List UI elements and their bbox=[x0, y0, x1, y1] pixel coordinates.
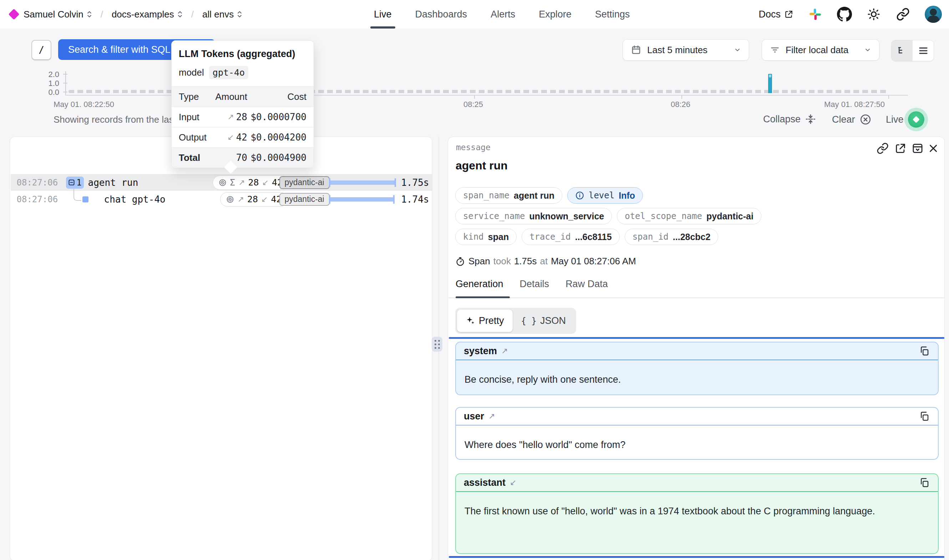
message-card-system: system ↗ Be concise, reply with one sent… bbox=[455, 342, 939, 395]
record-count-bar[interactable] bbox=[768, 74, 772, 93]
tab-generation[interactable]: Generation bbox=[455, 278, 503, 290]
x-tick-end: May 01. 08:27:50 bbox=[824, 100, 885, 109]
json-toggle-button[interactable]: { } JSON bbox=[513, 309, 574, 332]
tree-connector bbox=[74, 189, 82, 201]
tab-details[interactable]: Details bbox=[520, 278, 549, 290]
slack-button[interactable] bbox=[808, 7, 823, 22]
collapse-children-badge[interactable]: 1 bbox=[66, 177, 84, 189]
message-text: Where does "hello world" come from? bbox=[456, 426, 938, 452]
org-switcher[interactable]: Samuel Colvin bbox=[23, 9, 92, 20]
chevron-down-icon bbox=[734, 46, 741, 54]
y-tick-0: 0.0 bbox=[38, 88, 59, 97]
attr-value: Info bbox=[618, 191, 635, 201]
scope-tag-badge[interactable]: pydantic-ai bbox=[279, 193, 330, 206]
level-pill[interactable]: level Info bbox=[567, 187, 643, 204]
flat-list-view-button[interactable] bbox=[913, 40, 934, 61]
output-arrow-icon: ↙ bbox=[227, 133, 234, 142]
filter-local-data-dropdown[interactable]: Filter local data bbox=[762, 39, 880, 61]
collapse-button[interactable]: Collapse bbox=[763, 114, 816, 125]
main-nav: Live Dashboards Alerts Explore Settings bbox=[374, 0, 630, 29]
input-tokens: 28 bbox=[247, 194, 258, 205]
tree-view-button[interactable] bbox=[892, 40, 913, 61]
theme-toggle-button[interactable] bbox=[866, 7, 881, 22]
copy-icon bbox=[919, 346, 930, 356]
span-name: chat gpt-4o bbox=[104, 194, 166, 205]
clear-button[interactable]: Clear bbox=[832, 114, 872, 126]
popover-row-output: Output ↙42 $0.0004200 bbox=[172, 127, 314, 147]
docs-label: Docs bbox=[758, 9, 781, 20]
message-header: assistant ↙ bbox=[456, 474, 938, 492]
span-id-pill[interactable]: span_id ...28cbc2 bbox=[625, 229, 718, 245]
copy-link-button[interactable] bbox=[877, 142, 889, 154]
message-role: assistant bbox=[464, 477, 506, 488]
service-name-pill[interactable]: service_name unknown_service bbox=[455, 208, 612, 225]
kind-pill[interactable]: kind span bbox=[455, 229, 517, 245]
list-icon bbox=[918, 45, 929, 56]
slack-icon bbox=[808, 8, 822, 21]
tab-raw-data[interactable]: Raw Data bbox=[566, 278, 608, 290]
env-name: all envs bbox=[202, 9, 234, 20]
pretty-label: Pretty bbox=[479, 315, 504, 326]
attribute-row-2: service_name unknown_service otel_scope_… bbox=[455, 208, 761, 225]
x-axis-tick bbox=[888, 95, 889, 99]
link-icon bbox=[896, 8, 910, 21]
direction-arrow-icon: ↗ bbox=[501, 346, 508, 355]
calendar-icon bbox=[631, 45, 641, 55]
tab-alerts[interactable]: Alerts bbox=[491, 0, 515, 29]
trace-row-chat-gpt4o[interactable]: 08:27:06 chat gpt-4o ↗ 28 ↙ 42 pydantic-… bbox=[11, 191, 432, 208]
record-kind-label: message bbox=[456, 143, 491, 152]
trace-id-pill[interactable]: trace_id ...6c8115 bbox=[521, 229, 619, 245]
message-role: user bbox=[464, 411, 484, 422]
attr-value: unknown_service bbox=[529, 211, 604, 222]
json-label: JSON bbox=[540, 315, 566, 326]
tab-explore[interactable]: Explore bbox=[539, 0, 572, 29]
copy-icon bbox=[919, 411, 930, 422]
scope-tag-badge[interactable]: pydantic-ai bbox=[279, 176, 330, 189]
popover-row-total: Total 70 $0.0004900 bbox=[172, 147, 314, 168]
col-type: Type bbox=[179, 91, 207, 102]
breadcrumb-separator: / bbox=[191, 9, 194, 20]
open-in-new-button[interactable] bbox=[894, 142, 906, 154]
tab-dashboards[interactable]: Dashboards bbox=[415, 0, 468, 29]
panel-resize-handle[interactable] bbox=[432, 337, 442, 352]
pretty-toggle-button[interactable]: Pretty bbox=[457, 309, 513, 332]
trace-row-agent-run[interactable]: 08:27:06 1 agent run Σ ↗ 28 ↙ 42 pydanti… bbox=[11, 174, 432, 191]
env-switcher[interactable]: all envs bbox=[202, 9, 242, 20]
token-coin-icon bbox=[218, 178, 227, 187]
tabs-track bbox=[448, 297, 944, 298]
row-type: Input bbox=[179, 112, 207, 123]
github-button[interactable] bbox=[837, 7, 852, 22]
tab-settings[interactable]: Settings bbox=[595, 0, 630, 29]
dock-bottom-icon bbox=[912, 142, 924, 154]
row-timestamp: 08:27:06 bbox=[17, 178, 58, 188]
time-range-dropdown[interactable]: Last 5 minutes bbox=[623, 39, 749, 61]
span-diamond-icon bbox=[82, 196, 88, 202]
collapse-label: Collapse bbox=[763, 114, 801, 125]
user-avatar[interactable] bbox=[925, 6, 942, 23]
dock-panel-button[interactable] bbox=[912, 142, 924, 154]
duration-value: 1.74s bbox=[401, 194, 429, 205]
project-switcher[interactable]: docs-examples bbox=[112, 9, 183, 20]
copy-message-button[interactable] bbox=[919, 411, 930, 422]
token-usage-pill[interactable]: Σ ↗ 28 ↙ 42 bbox=[213, 175, 289, 190]
tab-live[interactable]: Live bbox=[374, 0, 392, 29]
live-toggle-button[interactable]: Live bbox=[886, 111, 924, 128]
llm-tokens-popover: LLM Tokens (aggregated) model gpt-4o Typ… bbox=[171, 40, 314, 168]
link-icon bbox=[877, 142, 889, 154]
otel-scope-pill[interactable]: otel_scope_name pydantic-ai bbox=[617, 208, 761, 225]
message-text: Be concise, reply with one sentence. bbox=[456, 360, 938, 388]
token-usage-pill[interactable]: ↗ 28 ↙ 42 bbox=[220, 192, 288, 206]
share-link-button[interactable] bbox=[895, 7, 911, 22]
attr-value: ...28cbc2 bbox=[673, 232, 711, 242]
sparkle-icon bbox=[466, 316, 475, 326]
docs-link[interactable]: Docs bbox=[758, 9, 794, 20]
close-panel-button[interactable] bbox=[927, 142, 939, 154]
row-cost: $0.0004200 bbox=[247, 132, 306, 143]
copy-message-button[interactable] bbox=[919, 345, 930, 357]
y-tick-2: 2.0 bbox=[38, 70, 59, 79]
span-name-pill[interactable]: span_name agent run bbox=[455, 187, 562, 204]
copy-message-button[interactable] bbox=[919, 477, 930, 488]
row-amount: 42 bbox=[236, 132, 247, 143]
attr-key: trace_id bbox=[529, 232, 571, 242]
top-nav: Samuel Colvin / docs-examples / all envs… bbox=[0, 0, 949, 29]
